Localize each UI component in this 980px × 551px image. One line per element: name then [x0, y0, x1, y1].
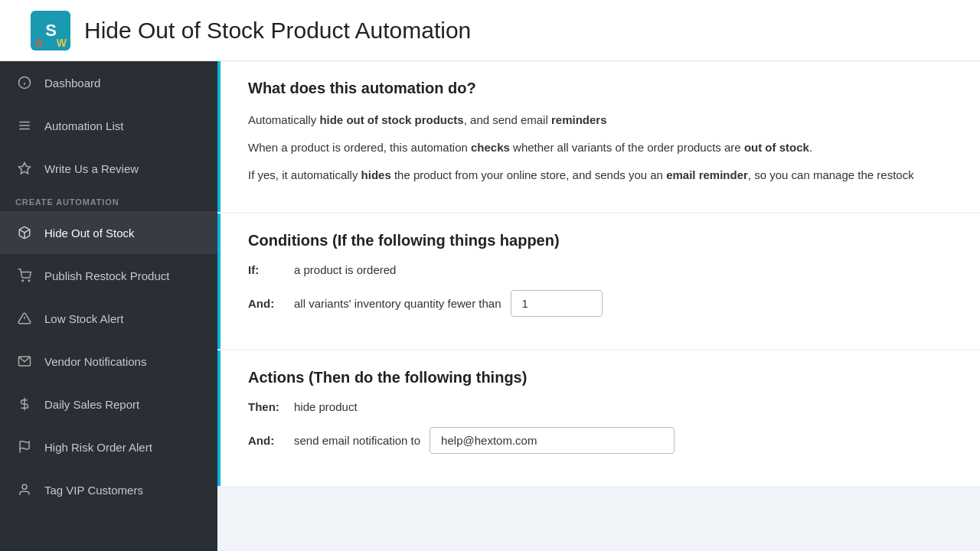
desc3-bold2: email reminder — [666, 168, 748, 181]
action-row1-text: hide product — [294, 400, 358, 413]
desc3-prefix: If yes, it automatically — [248, 168, 361, 181]
desc-line-1: Automatically hide out of stock products… — [248, 111, 952, 129]
sidebar-item-vendor-notifications[interactable]: Vendor Notifications — [0, 340, 217, 383]
sidebar-item-dashboard[interactable]: Dashboard — [0, 61, 217, 104]
sidebar-item-tag-vip-customers[interactable]: Tag VIP Customers — [0, 468, 217, 511]
desc1-middle: , and send email — [464, 113, 551, 126]
flag-icon — [15, 438, 34, 456]
sidebar-label-tag-vip-customers: Tag VIP Customers — [44, 484, 143, 497]
page-title: Hide Out of Stock Product Automation — [84, 18, 471, 44]
sidebar-item-low-stock-alert[interactable]: Low Stock Alert — [0, 297, 217, 340]
desc2-bold2: out of stock — [744, 141, 809, 154]
section-description: What does this automation do? Automatica… — [217, 61, 980, 212]
list-icon — [15, 116, 34, 135]
condition-row-1: If: a product is ordered — [248, 263, 952, 276]
dollar-icon — [15, 395, 34, 413]
desc1-bold1: hide out of stock products — [319, 113, 463, 126]
action-row-1: Then: hide product — [248, 400, 952, 413]
desc2-middle1: whether all variants of the order produc… — [510, 141, 744, 154]
email-icon — [15, 352, 34, 370]
info-icon — [15, 73, 34, 92]
sidebar-label-automation-list: Automation List — [44, 119, 123, 132]
sidebar-label-daily-sales-report: Daily Sales Report — [44, 398, 139, 411]
desc1-prefix: Automatically — [248, 113, 319, 126]
sidebar-item-publish-restock[interactable]: Publish Restock Product — [0, 254, 217, 297]
condition-quantity-input[interactable] — [511, 290, 603, 317]
sidebar: Dashboard Automation List Write Us a Rev… — [0, 61, 217, 551]
action-row1-label: Then: — [248, 400, 294, 413]
sidebar-label-publish-restock: Publish Restock Product — [44, 269, 169, 282]
condition-row2-text: all variants' inventory quantity fewer t… — [294, 297, 501, 310]
sidebar-label-low-stock-alert: Low Stock Alert — [44, 312, 123, 325]
sidebar-label-dashboard: Dashboard — [44, 77, 100, 90]
condition-row1-label: If: — [248, 263, 294, 276]
box-icon — [15, 223, 34, 242]
svg-point-8 — [22, 280, 24, 282]
main-layout: Dashboard Automation List Write Us a Rev… — [0, 61, 980, 551]
action-email-input[interactable] — [430, 427, 675, 454]
app-logo: S W A — [31, 11, 70, 51]
svg-marker-6 — [19, 163, 31, 174]
svg-point-15 — [22, 484, 27, 489]
sidebar-label-hide-out-of-stock: Hide Out of Stock — [44, 227, 135, 240]
desc-line-2: When a product is ordered, this automati… — [248, 139, 952, 157]
logo-a: A — [35, 37, 42, 49]
desc2-prefix: When a product is ordered, this automati… — [248, 141, 471, 154]
section-actions: Actions (Then do the following things) T… — [217, 350, 980, 486]
main-content: What does this automation do? Automatica… — [217, 61, 980, 551]
logo-w: W — [57, 37, 66, 49]
logo-s: S — [45, 21, 56, 41]
svg-point-9 — [28, 280, 30, 282]
action-row2-label: And: — [248, 434, 294, 447]
desc-line-3: If yes, it automatically hides the produ… — [248, 166, 952, 184]
action-row2-text: send email notification to — [294, 434, 420, 447]
person-icon — [15, 481, 34, 499]
section2-title: Conditions (If the following things happ… — [248, 232, 952, 249]
app-header: S W A Hide Out of Stock Product Automati… — [0, 0, 980, 61]
create-automation-label: CREATE AUTOMATION — [0, 190, 217, 211]
condition-row1-text: a product is ordered — [294, 263, 396, 276]
warning-icon — [15, 309, 34, 328]
desc1-bold2: reminders — [551, 113, 607, 126]
action-row-2: And: send email notification to — [248, 427, 952, 454]
star-icon — [15, 159, 34, 178]
section1-title: What does this automation do? — [248, 80, 952, 97]
sidebar-item-daily-sales-report[interactable]: Daily Sales Report — [0, 383, 217, 425]
cart-icon — [15, 266, 34, 285]
desc2-middle2: . — [809, 141, 812, 154]
condition-row-2: And: all variants' inventory quantity fe… — [248, 290, 952, 317]
desc3-middle1: the product from your online store, and … — [391, 168, 666, 181]
sidebar-item-hide-out-of-stock[interactable]: Hide Out of Stock — [0, 211, 217, 254]
desc3-bold1: hides — [361, 168, 391, 181]
desc2-bold1: checks — [471, 141, 510, 154]
section3-title: Actions (Then do the following things) — [248, 369, 952, 386]
section-conditions: Conditions (If the following things happ… — [217, 214, 980, 349]
sidebar-item-write-review[interactable]: Write Us a Review — [0, 147, 217, 190]
condition-row2-label: And: — [248, 297, 294, 310]
sidebar-label-vendor-notifications: Vendor Notifications — [44, 355, 146, 368]
sidebar-item-automation-list[interactable]: Automation List — [0, 104, 217, 147]
sidebar-label-write-review: Write Us a Review — [44, 162, 139, 175]
sidebar-label-high-risk-order-alert: High Risk Order Alert — [44, 441, 152, 454]
desc3-suffix: , so you can manage the restock — [748, 168, 914, 181]
sidebar-item-high-risk-order-alert[interactable]: High Risk Order Alert — [0, 425, 217, 468]
